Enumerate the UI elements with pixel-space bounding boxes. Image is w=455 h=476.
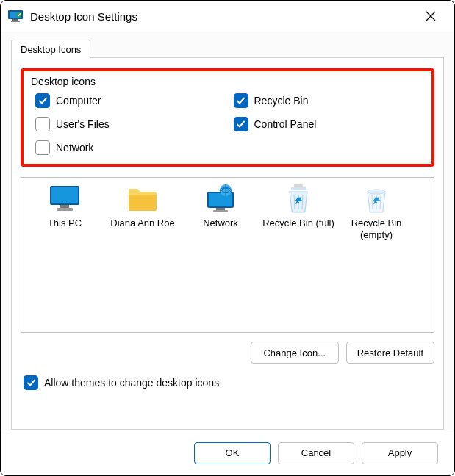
checkbox-label: Control Panel xyxy=(254,118,317,130)
icon-label: Recycle Bin (full) xyxy=(259,217,337,229)
checkbox-label: Computer xyxy=(56,95,101,107)
svg-rect-7 xyxy=(60,205,69,208)
close-button[interactable] xyxy=(416,1,445,32)
icon-network[interactable]: Network xyxy=(182,184,259,229)
checkbox-computer[interactable]: Computer xyxy=(35,93,226,108)
svg-rect-2 xyxy=(12,19,18,21)
checkbox-box xyxy=(234,117,248,131)
checkmark-icon xyxy=(26,378,36,388)
titlebar: Desktop Icon Settings xyxy=(1,1,454,32)
icon-label: Recycle Bin (empty) xyxy=(337,217,415,242)
icon-label: Diana Ann Roe xyxy=(104,217,182,229)
svg-rect-15 xyxy=(291,187,306,190)
change-icon-button[interactable]: Change Icon... xyxy=(251,342,339,364)
monitor-icon xyxy=(26,184,104,214)
checkbox-recycle-bin[interactable]: Recycle Bin xyxy=(234,93,425,108)
tab-desktop-icons[interactable]: Desktop Icons xyxy=(11,40,90,58)
folder-icon xyxy=(104,184,182,214)
checkbox-users-files[interactable]: User's Files xyxy=(35,117,226,131)
tab-panel: Desktop icons Computer Recycle Bin xyxy=(11,58,444,430)
checkbox-box xyxy=(35,140,50,155)
checkmark-icon xyxy=(236,96,246,106)
recycle-bin-full-icon xyxy=(259,184,337,214)
checkbox-box xyxy=(35,117,50,131)
settings-window: Desktop Icon Settings Desktop Icons Desk… xyxy=(0,0,455,476)
ok-button[interactable]: OK xyxy=(194,442,271,464)
svg-rect-16 xyxy=(294,184,303,187)
close-icon xyxy=(426,11,436,21)
checkbox-allow-themes[interactable]: Allow themes to change desktop icons xyxy=(21,375,434,390)
checkbox-box xyxy=(24,375,38,390)
app-icon xyxy=(8,9,23,24)
icon-recycle-empty[interactable]: Recycle Bin (empty) xyxy=(337,184,415,242)
checkbox-control-panel[interactable]: Control Panel xyxy=(234,117,425,131)
icon-this-pc[interactable]: This PC xyxy=(26,184,104,229)
desktop-icons-group: Desktop icons Computer Recycle Bin xyxy=(21,68,434,167)
icon-user-folder[interactable]: Diana Ann Roe xyxy=(104,184,182,229)
cancel-button[interactable]: Cancel xyxy=(278,442,354,464)
svg-rect-12 xyxy=(213,210,228,212)
checkmark-icon xyxy=(236,120,246,129)
svg-rect-3 xyxy=(11,21,20,22)
network-icon xyxy=(182,184,259,214)
svg-rect-6 xyxy=(51,187,78,203)
apply-button[interactable]: Apply xyxy=(362,442,438,464)
icon-label: This PC xyxy=(26,217,104,229)
checkbox-box xyxy=(35,93,50,108)
tab-strip: Desktop Icons xyxy=(11,37,444,58)
checkbox-label: User's Files xyxy=(56,118,110,130)
checkbox-box xyxy=(234,93,248,108)
icon-preview-list: This PC Diana Ann Roe xyxy=(21,177,434,333)
svg-rect-8 xyxy=(57,208,73,211)
checkbox-grid: Computer Recycle Bin User's Files xyxy=(31,93,424,155)
dialog-footer: OK Cancel Apply xyxy=(1,430,454,475)
checkmark-icon xyxy=(38,96,48,106)
icon-buttons-row: Change Icon... Restore Default xyxy=(21,342,434,364)
svg-point-17 xyxy=(368,190,385,194)
window-title: Desktop Icon Settings xyxy=(30,10,416,23)
checkbox-label: Allow themes to change desktop icons xyxy=(44,377,219,389)
group-title: Desktop icons xyxy=(31,76,424,93)
checkbox-label: Network xyxy=(56,142,93,154)
checkbox-network[interactable]: Network xyxy=(35,140,226,155)
icon-label: Network xyxy=(182,217,259,229)
svg-rect-11 xyxy=(216,208,225,210)
icon-recycle-full[interactable]: Recycle Bin (full) xyxy=(259,184,337,229)
recycle-bin-empty-icon xyxy=(337,184,415,214)
checkbox-label: Recycle Bin xyxy=(254,95,309,107)
restore-default-button[interactable]: Restore Default xyxy=(346,342,434,364)
dialog-body: Desktop Icons Desktop icons Computer xyxy=(1,32,454,430)
